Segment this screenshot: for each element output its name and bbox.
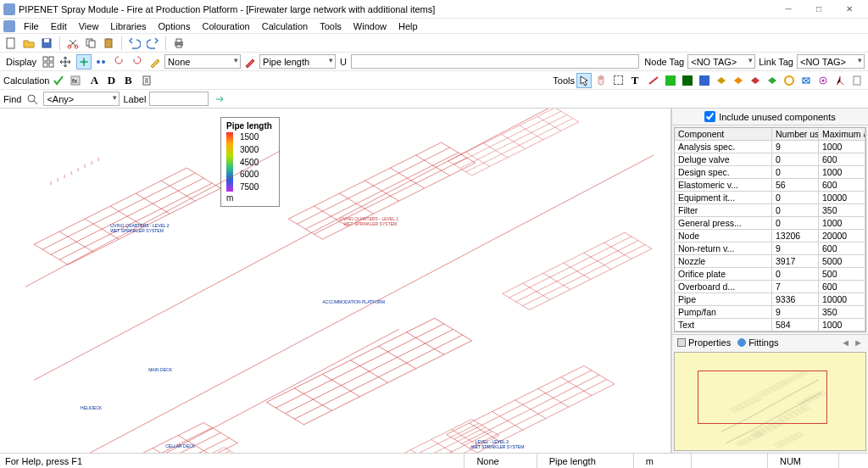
table-row[interactable]: Design spec.01000 [675,166,865,179]
pipe-tool-icon[interactable] [646,73,661,88]
menu-calculation[interactable]: Calculation [257,20,313,32]
cell-number-used: 0 [772,217,819,230]
table-row[interactable]: Filter0350 [675,204,865,217]
undo-small-icon[interactable] [112,54,127,70]
titlebar: PIPENET Spray Module - Fire at Productio… [0,0,868,19]
colouration-edit-icon[interactable] [147,54,163,70]
col-component[interactable]: Component [675,128,772,141]
tab-next-icon[interactable]: ► [854,337,863,348]
new-icon[interactable] [3,36,19,51]
open-icon[interactable] [21,36,36,51]
menu-libraries[interactable]: Libraries [105,20,151,32]
table-header-row[interactable]: Component Number used Maximum all... [675,128,865,141]
u-input[interactable] [351,54,639,69]
minimap-viewport[interactable] [698,370,827,424]
node-blue-icon[interactable] [697,73,712,88]
letter-a-button[interactable]: A [86,73,102,88]
menu-view[interactable]: View [74,20,104,32]
show-nodes-icon[interactable] [93,54,108,70]
svg-point-22 [785,76,793,85]
svg-text:WET SPRINKLER SYSTEM: WET SPRINKLER SYSTEM [471,444,525,449]
tab-fittings[interactable]: Fittings [737,337,778,348]
table-row[interactable]: Node1320620000 [675,230,865,242]
report-icon[interactable] [139,73,154,88]
valve4-icon[interactable] [765,73,780,88]
table-row[interactable]: Text5841000 [675,319,865,332]
check-icon[interactable] [51,73,66,88]
find-search-icon[interactable] [25,92,40,107]
find-go-icon[interactable] [212,92,227,107]
table-row[interactable]: Deluge valve0600 [675,153,865,166]
copy-icon[interactable] [83,36,98,51]
filter-tool-icon[interactable] [798,73,814,88]
save-icon[interactable] [39,36,54,51]
find-label-input[interactable] [149,92,209,106]
table-row[interactable]: Nozzle39175000 [675,255,865,268]
menu-window[interactable]: Window [348,20,392,32]
pointer-icon[interactable] [576,73,592,88]
table-row[interactable]: General press...01000 [675,217,865,230]
snap-icon[interactable] [76,54,92,70]
status-help: For Help, press F1 [5,456,82,466]
redo-icon[interactable] [145,36,160,51]
node-tag-combo[interactable]: <NO TAG> [687,54,755,69]
svg-rect-2 [44,39,49,42]
minimap[interactable] [674,352,866,451]
include-unused-row[interactable]: Include unused components [672,109,868,125]
colouration-pen-icon[interactable] [242,54,258,70]
components-table[interactable]: Component Number used Maximum all... Ana… [674,127,866,332]
run-calc-icon[interactable]: fx [68,73,83,88]
cell-number-used: 0 [772,268,819,281]
maximize-button[interactable]: □ [804,1,834,18]
table-row[interactable]: Non-return v...9600 [675,242,865,255]
link-tag-combo[interactable]: <NO TAG> [797,54,865,69]
table-row[interactable]: Pipe933610000 [675,293,865,306]
menu-help[interactable]: Help [393,20,423,32]
col-max-allowed[interactable]: Maximum all... [819,128,865,141]
minimize-button[interactable]: ─ [773,1,804,18]
table-row[interactable]: Orifice plate0500 [675,268,865,281]
orifice-icon[interactable] [815,73,831,88]
display-combo-2[interactable]: Pipe length [259,54,336,69]
tab-prev-icon[interactable]: ◄ [841,337,850,348]
undo-icon[interactable] [127,36,142,51]
cell-max-allowed: 600 [819,281,865,293]
text-tool-icon[interactable]: T [627,73,643,88]
node-darkgreen-icon[interactable] [680,73,695,88]
hand-icon[interactable] [593,73,609,88]
grid-icon[interactable] [41,54,56,70]
table-row[interactable]: Analysis spec.91000 [675,141,865,153]
schematic-canvas[interactable]: Pipe length 1500 3000 4500 6000 7500 m [0,109,671,453]
print-icon[interactable] [171,36,186,51]
find-type-combo[interactable]: <Any> [43,92,120,106]
table-row[interactable]: Pump/fan9350 [675,306,865,319]
node-green-icon[interactable] [663,73,678,88]
display-combo-1[interactable]: None [164,54,241,69]
menu-options[interactable]: Options [153,20,196,32]
letter-b-button[interactable]: B [120,73,136,88]
close-button[interactable]: ✕ [834,1,865,18]
menu-colouration[interactable]: Colouration [197,20,254,32]
valve3-icon[interactable] [748,73,763,88]
table-row[interactable]: Elastomeric v...56600 [675,179,865,192]
tab-properties[interactable]: Properties [677,337,731,348]
move-icon[interactable] [58,54,73,70]
nozzle-icon[interactable] [832,73,848,88]
pump-icon[interactable] [782,73,797,88]
cut-icon[interactable] [65,36,81,51]
menu-edit[interactable]: Edit [46,20,72,32]
paste-icon[interactable] [101,36,116,51]
cell-component: Pipe [675,293,772,306]
letter-d-button[interactable]: D [103,73,119,88]
col-number-used[interactable]: Number used [772,128,819,141]
redo-small-icon[interactable] [129,54,144,70]
menu-tools[interactable]: Tools [314,20,347,32]
select-rect-icon[interactable] [610,73,626,88]
table-row[interactable]: Overboard d...7600 [675,281,865,293]
menu-file[interactable]: File [19,20,44,32]
valve1-icon[interactable] [714,73,729,88]
include-unused-checkbox[interactable] [704,111,715,122]
valve2-icon[interactable] [731,73,746,88]
table-row[interactable]: Equipment it...010000 [675,192,865,204]
spec-icon[interactable] [849,73,865,88]
